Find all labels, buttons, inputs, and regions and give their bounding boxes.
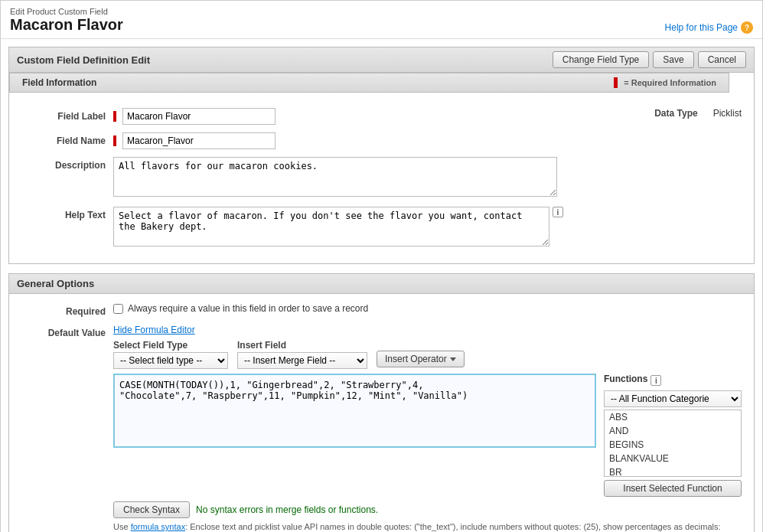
formula-row: Functions i -- All Function Categorie AB… [113, 374, 742, 497]
field-info-section-title: Field Information [22, 77, 96, 88]
formula-help-number-example: (25) [583, 522, 598, 531]
toolbar-buttons: Change Field Type Save Cancel [553, 51, 746, 68]
field-name-input[interactable] [122, 132, 276, 149]
formula-syntax-link[interactable]: formula syntax [131, 522, 186, 531]
field-information-section: Field Information = Required Information… [8, 72, 755, 264]
data-type-value: Picklist [713, 108, 742, 119]
help-text-label: Help Text [21, 207, 113, 220]
functions-info-icon[interactable]: i [651, 375, 661, 386]
insert-operator-chevron [450, 357, 456, 361]
page-header: Edit Product Custom Field Macaron Flavor… [1, 1, 762, 39]
insert-field-label: Insert Field [237, 340, 367, 351]
select-field-type-dropdown[interactable]: -- Select field type -- [113, 352, 228, 369]
required-checkbox-row: Always require a value in this field in … [113, 303, 742, 314]
main-content: Custom Field Definition Edit Change Fiel… [1, 39, 762, 532]
insert-operator-label: Insert Operator [385, 354, 447, 364]
default-value-row: Default Value Hide Formula Editor Select… [21, 325, 742, 532]
hide-formula-link[interactable]: Hide Formula Editor [113, 325, 195, 335]
field-label-row: Field Label Data Type Picklist [21, 108, 742, 125]
function-item-and[interactable]: AND [605, 424, 741, 438]
help-text-row: Help Text i [21, 207, 742, 246]
functions-panel: Functions i -- All Function Categorie AB… [604, 374, 742, 497]
description-field [113, 157, 742, 199]
field-label-field [113, 108, 624, 125]
page-header-left: Edit Product Custom Field Macaron Flavor [10, 7, 123, 34]
formula-help-quote-example: ("the_text") [414, 522, 455, 531]
change-field-type-button-top[interactable]: Change Field Type [553, 51, 650, 68]
function-item-blankvalue[interactable]: BLANKVALUE [605, 452, 741, 465]
field-label-required-indicator [113, 111, 116, 122]
field-label-input[interactable] [122, 108, 276, 125]
general-options-title: General Options [17, 278, 94, 289]
default-value-label: Default Value [21, 325, 113, 338]
insert-field-dropdown[interactable]: -- Insert Merge Field -- [237, 352, 367, 369]
save-button-top[interactable]: Save [653, 51, 693, 68]
help-text-field: i [113, 207, 742, 246]
insert-operator-group: Insert Operator [377, 351, 465, 369]
default-value-field: Hide Formula Editor Select Field Type --… [113, 325, 742, 532]
field-name-row: Field Name [21, 132, 742, 149]
required-info: = Required Information [614, 77, 716, 88]
page-title: Macaron Flavor [10, 16, 123, 34]
insert-selected-function-button[interactable]: Insert Selected Function [604, 480, 742, 497]
field-name-required-indicator [113, 135, 116, 146]
formula-textarea[interactable] [115, 375, 595, 444]
syntax-message: No syntax errors in merge fields or func… [196, 504, 378, 515]
field-label-label: Field Label [21, 108, 113, 122]
general-options-body: Required Always require a value in this … [8, 293, 755, 532]
help-icon: ? [741, 21, 753, 34]
insert-field-group: Insert Field -- Insert Merge Field -- [237, 340, 367, 369]
insert-operator-button[interactable]: Insert Operator [377, 351, 465, 367]
page-wrapper: Edit Product Custom Field Macaron Flavor… [0, 0, 763, 532]
general-options-section: General Options Required Always require … [8, 273, 755, 532]
formula-help-text: Use formula syntax: Enclose text and pic… [113, 521, 742, 532]
required-info-text: = Required Information [624, 78, 716, 87]
function-item-abs[interactable]: ABS [605, 410, 741, 424]
description-row: Description [21, 157, 742, 199]
field-name-field [113, 132, 742, 149]
select-field-type-group: Select Field Type -- Select field type -… [113, 340, 228, 369]
select-field-type-label: Select Field Type [113, 340, 228, 351]
functions-label: Functions [604, 374, 647, 384]
check-syntax-button[interactable]: Check Syntax [113, 501, 190, 518]
required-checkbox-label: Always require a value in this field in … [128, 303, 368, 314]
function-item-begins[interactable]: BEGINS [605, 438, 741, 452]
formula-editor-area [113, 374, 596, 448]
help-link-text: Help for this Page [665, 22, 738, 33]
cancel-button-top[interactable]: Cancel [698, 51, 746, 68]
required-row: Required Always require a value in this … [21, 303, 742, 317]
syntax-row: Check Syntax No syntax errors in merge f… [113, 501, 742, 518]
edit-label: Edit Product Custom Field [10, 7, 123, 16]
required-field: Always require a value in this field in … [113, 303, 742, 314]
functions-list: ABS AND BEGINS BLANKVALUE BR CASE [604, 410, 742, 477]
data-type-label: Data Type [654, 108, 697, 119]
formula-controls: Select Field Type -- Select field type -… [113, 340, 742, 369]
description-textarea[interactable] [113, 157, 557, 197]
required-checkbox[interactable] [113, 304, 123, 314]
custom-field-section-title: Custom Field Definition Edit [17, 54, 150, 66]
functions-panel-header: Functions i [604, 374, 742, 387]
function-item-br[interactable]: BR [605, 465, 741, 477]
field-name-label: Field Name [21, 132, 113, 146]
help-link[interactable]: Help for this Page ? [665, 21, 753, 34]
required-label: Required [21, 303, 113, 317]
functions-category-dropdown[interactable]: -- All Function Categorie [604, 390, 742, 407]
help-text-textarea[interactable] [113, 207, 549, 246]
description-label: Description [21, 157, 113, 171]
help-text-info-icon[interactable]: i [553, 207, 563, 217]
custom-field-section-header: Custom Field Definition Edit Change Fiel… [8, 47, 755, 72]
